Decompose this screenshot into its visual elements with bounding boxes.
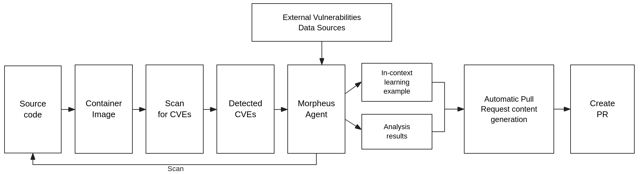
diagram-container: External Vulnerabilities Data Sources So… bbox=[0, 0, 644, 174]
container-image-box: Container Image bbox=[75, 65, 133, 154]
in-context-box: In-context learning example bbox=[361, 63, 432, 102]
analysis-results-box: Analysis results bbox=[361, 114, 432, 149]
scan-for-cves-box: Scan for CVEs bbox=[146, 65, 204, 154]
auto-pr-box: Automatic Pull Request content generatio… bbox=[464, 65, 554, 154]
external-vuln-box: External Vulnerabilities Data Sources bbox=[252, 3, 392, 42]
svg-line-6 bbox=[345, 82, 361, 94]
source-code-box: Source code bbox=[4, 66, 62, 153]
svg-line-7 bbox=[345, 119, 361, 129]
detected-cves-box: Detected CVEs bbox=[216, 65, 274, 154]
scan-label: Scan bbox=[168, 165, 184, 173]
create-pr-box: Create PR bbox=[570, 65, 635, 154]
morpheus-agent-box: Morpheus Agent bbox=[287, 65, 345, 154]
